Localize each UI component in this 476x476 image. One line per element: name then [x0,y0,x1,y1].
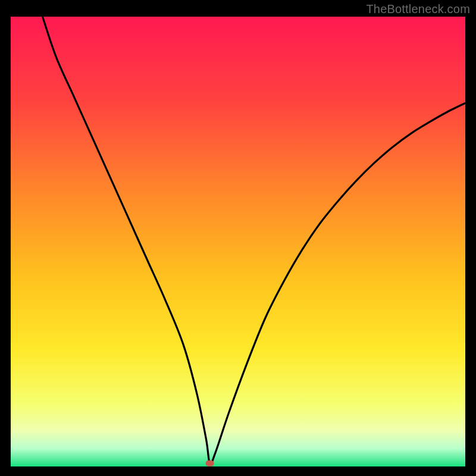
plot-area [11,17,465,466]
plot-svg [11,17,465,466]
chart-frame: TheBottleneck.com [0,0,476,476]
gradient-background [11,17,465,466]
watermark-text: TheBottleneck.com [366,2,470,16]
optimal-marker [206,461,214,466]
